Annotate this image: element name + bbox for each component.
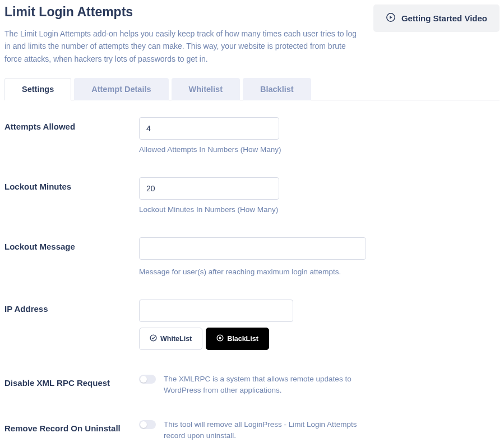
attempts-allowed-input[interactable] — [139, 117, 279, 140]
disable-xmlrpc-label: Disable XML RPC Request — [4, 374, 139, 388]
lockout-minutes-input[interactable] — [139, 177, 279, 200]
lockout-message-help: Message for user(s) after reaching maxim… — [139, 268, 500, 276]
tab-blacklist[interactable]: Blacklist — [243, 78, 311, 100]
disable-xmlrpc-toggle[interactable] — [139, 375, 156, 384]
page-description: The Limit Login Attempts add-on helps yo… — [4, 27, 362, 65]
remove-record-label: Remove Record On Uninstall — [4, 419, 139, 433]
attempts-allowed-help: Allowed Attempts In Numbers (How Many) — [139, 145, 500, 154]
lockout-message-label: Lockout Message — [4, 237, 139, 251]
tab-attempt-details[interactable]: Attempt Details — [74, 78, 168, 100]
disable-xmlrpc-desc: The XMLRPC is a system that allows remot… — [164, 374, 371, 397]
tab-whitelist[interactable]: Whitelist — [172, 78, 240, 100]
remove-record-toggle[interactable] — [139, 420, 156, 429]
whitelist-button-label: WhiteList — [160, 335, 192, 343]
x-circle-icon — [216, 334, 224, 343]
lockout-message-input[interactable] — [139, 237, 366, 260]
attempts-allowed-label: Attempts Allowed — [4, 117, 139, 131]
getting-started-video-button[interactable]: Getting Started Video — [373, 4, 500, 32]
blacklist-button-label: BlackList — [227, 335, 258, 343]
toggle-knob — [140, 376, 147, 383]
remove-record-desc: This tool will remove all LoginPress - L… — [164, 419, 371, 442]
ip-address-label: IP Address — [4, 300, 139, 314]
toggle-knob — [140, 421, 147, 428]
blacklist-button[interactable]: BlackList — [206, 328, 269, 350]
tabs-bar: Settings Attempt Details Whitelist Black… — [4, 77, 500, 100]
video-button-label: Getting Started Video — [401, 13, 487, 23]
check-circle-icon — [150, 334, 157, 343]
lockout-minutes-help: Lockout Minutes In Numbers (How Many) — [139, 205, 500, 214]
page-title: Limit Login Attempts — [4, 4, 362, 20]
lockout-minutes-label: Lockout Minutes — [4, 177, 139, 191]
tab-settings[interactable]: Settings — [4, 78, 71, 100]
ip-address-input[interactable] — [139, 300, 293, 322]
play-icon — [386, 12, 396, 24]
whitelist-button[interactable]: WhiteList — [139, 328, 202, 350]
